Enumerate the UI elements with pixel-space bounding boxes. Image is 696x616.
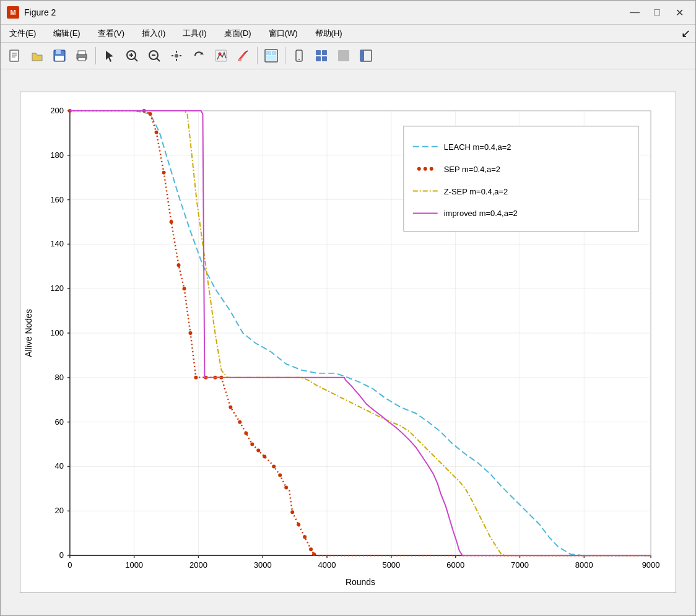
svg-point-106: [155, 131, 159, 134]
svg-text:4000: 4000: [318, 560, 336, 570]
svg-text:Z-SEP  m=0.4,a=2: Z-SEP m=0.4,a=2: [444, 187, 508, 196]
svg-point-135: [430, 167, 433, 171]
svg-text:8000: 8000: [575, 560, 593, 570]
brush-button[interactable]: [233, 45, 254, 66]
zoom-in-button[interactable]: [121, 45, 142, 66]
menu-window[interactable]: 窗口(W): [265, 26, 302, 41]
open-button[interactable]: [27, 45, 48, 66]
print-button[interactable]: [71, 45, 92, 66]
grey-button[interactable]: [333, 45, 354, 66]
toolbar: [1, 43, 695, 69]
svg-point-128: [309, 547, 313, 551]
svg-text:1000: 1000: [125, 560, 143, 570]
select-button[interactable]: [99, 45, 120, 66]
menu-file[interactable]: 文件(E): [6, 26, 40, 41]
svg-rect-9: [78, 58, 85, 61]
svg-text:Allive Nodes: Allive Nodes: [24, 309, 33, 357]
title-bar-left: M Figure 2: [7, 6, 56, 19]
pan-button[interactable]: [166, 45, 187, 66]
svg-text:40: 40: [54, 461, 63, 471]
svg-text:Rounds: Rounds: [346, 577, 375, 587]
save-button[interactable]: [49, 45, 70, 66]
svg-rect-34: [360, 50, 364, 61]
svg-text:160: 160: [50, 195, 64, 204]
svg-rect-8: [78, 51, 85, 54]
layout-button[interactable]: [311, 45, 332, 66]
svg-text:100: 100: [50, 328, 64, 337]
svg-rect-5: [56, 50, 61, 54]
svg-line-16: [157, 58, 160, 61]
data-cursor-button[interactable]: [211, 45, 232, 66]
svg-point-134: [424, 167, 427, 171]
separator-2: [257, 47, 258, 64]
svg-text:2000: 2000: [189, 560, 207, 570]
menu-tools[interactable]: 工具(I): [179, 26, 210, 41]
svg-point-20: [219, 53, 221, 55]
svg-point-108: [170, 220, 173, 223]
svg-point-118: [244, 432, 248, 435]
window-title: Figure 2: [24, 7, 56, 17]
minimize-button[interactable]: —: [625, 4, 645, 20]
svg-text:LEACH  m=0.4,a=2: LEACH m=0.4,a=2: [444, 142, 511, 152]
menu-desktop[interactable]: 桌面(D): [220, 26, 255, 41]
link-button[interactable]: [261, 45, 282, 66]
mobile-button[interactable]: [289, 45, 310, 66]
svg-text:9000: 9000: [642, 560, 660, 570]
corner-icon[interactable]: ↙: [681, 27, 690, 40]
svg-text:5000: 5000: [382, 560, 400, 570]
svg-point-116: [228, 406, 232, 409]
chart-container: 0 20 40 60 80 100 120 140 160 180 200: [20, 92, 676, 593]
svg-rect-32: [338, 50, 349, 61]
menu-edit[interactable]: 编辑(E): [50, 26, 84, 41]
menu-help[interactable]: 帮助(H): [311, 26, 346, 41]
svg-rect-24: [272, 51, 276, 55]
svg-text:0: 0: [67, 560, 72, 570]
menu-bar: 文件(E) 编辑(E) 查看(V) 插入(I) 工具(I) 桌面(D) 窗口(W…: [1, 25, 695, 43]
svg-point-112: [194, 376, 198, 380]
svg-point-123: [278, 473, 282, 477]
maximize-button[interactable]: □: [647, 4, 667, 20]
svg-rect-6: [55, 56, 64, 61]
menu-view[interactable]: 查看(V): [94, 26, 128, 41]
svg-point-105: [149, 112, 152, 116]
svg-point-127: [303, 535, 307, 539]
svg-text:SEP  m=0.4,a=2: SEP m=0.4,a=2: [444, 165, 500, 174]
zoom-out-button[interactable]: [144, 45, 165, 66]
chart-svg: 0 20 40 60 80 100 120 140 160 180 200: [20, 92, 676, 592]
rotate-button[interactable]: [188, 45, 209, 66]
svg-text:6000: 6000: [446, 560, 464, 570]
svg-text:0: 0: [59, 550, 64, 560]
app-icon: M: [7, 6, 19, 19]
svg-point-109: [177, 263, 181, 267]
svg-point-124: [284, 485, 288, 489]
svg-rect-0: [10, 50, 19, 61]
svg-point-111: [188, 331, 192, 335]
svg-rect-31: [322, 56, 327, 61]
close-button[interactable]: ✕: [669, 4, 689, 20]
svg-point-110: [183, 287, 186, 290]
svg-text:7000: 7000: [511, 560, 529, 570]
svg-text:improved  m=0.4,a=2: improved m=0.4,a=2: [444, 209, 518, 219]
svg-point-107: [162, 171, 166, 175]
chart-inner: 0 20 40 60 80 100 120 140 160 180 200: [20, 92, 676, 592]
svg-point-117: [238, 420, 241, 424]
menu-insert[interactable]: 插入(I): [138, 26, 169, 41]
plot-area: 0 20 40 60 80 100 120 140 160 180 200: [1, 69, 695, 615]
new-button[interactable]: [4, 45, 25, 66]
svg-point-129: [312, 552, 316, 556]
sidebar-button[interactable]: [355, 45, 376, 66]
svg-line-13: [134, 58, 137, 61]
separator-1: [95, 47, 96, 64]
svg-point-133: [417, 167, 421, 171]
svg-point-121: [263, 455, 266, 459]
svg-rect-25: [266, 56, 276, 61]
svg-point-125: [290, 510, 294, 514]
svg-point-120: [256, 449, 260, 453]
svg-point-17: [175, 54, 178, 58]
svg-point-119: [250, 443, 254, 446]
svg-rect-21: [238, 59, 241, 61]
main-window: M Figure 2 — □ ✕ 文件(E) 编辑(E) 查看(V) 插入(I)…: [0, 0, 696, 616]
svg-text:60: 60: [54, 417, 63, 427]
svg-text:140: 140: [50, 239, 64, 248]
svg-text:200: 200: [50, 106, 64, 115]
